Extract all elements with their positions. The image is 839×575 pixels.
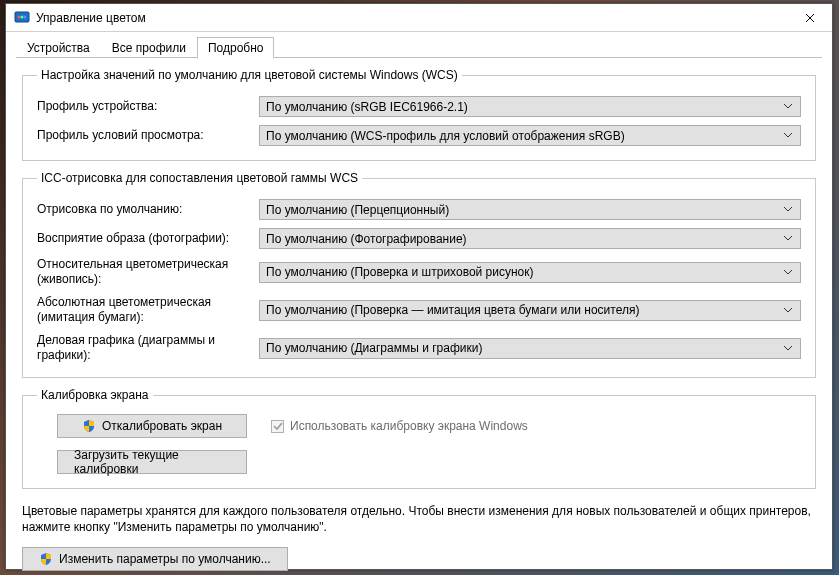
use-windows-calibration-label: Использовать калибровку экрана Windows: [290, 419, 528, 433]
rel-colorimetric-value: По умолчанию (Проверка и штриховой рисун…: [266, 265, 780, 279]
perceptual-label: Восприятие образа (фотографии):: [37, 231, 259, 246]
window-title: Управление цветом: [36, 11, 787, 25]
tab-advanced[interactable]: Подробно: [197, 37, 275, 59]
titlebar: Управление цветом: [6, 4, 832, 32]
client-area: Устройства Все профили Подробно Настройк…: [6, 32, 832, 575]
rel-colorimetric-label: Относительная цветометрическая (живопись…: [37, 257, 259, 287]
group-icc-rendering: ICC-отрисовка для сопоставления цветовой…: [22, 171, 816, 378]
abs-colorimetric-select[interactable]: По умолчанию (Проверка — имитация цвета …: [259, 300, 801, 321]
group-wcs-defaults: Настройка значений по умолчанию для цвет…: [22, 68, 816, 161]
tab-devices[interactable]: Устройства: [16, 37, 101, 59]
per-user-note: Цветовые параметры хранятся для каждого …: [22, 503, 816, 535]
change-defaults-label: Изменить параметры по умолчанию...: [59, 552, 271, 566]
close-icon[interactable]: [787, 4, 832, 32]
device-profile-select[interactable]: По умолчанию (sRGB IEC61966-2.1): [259, 96, 801, 117]
calibrate-screen-label: Откалибровать экран: [102, 419, 222, 433]
load-current-calibrations-label: Загрузить текущие калибровки: [74, 448, 230, 476]
perceptual-select[interactable]: По умолчанию (Фотографирование): [259, 228, 801, 249]
app-icon: [14, 10, 30, 26]
group-icc-legend: ICC-отрисовка для сопоставления цветовой…: [37, 171, 362, 185]
business-graphics-label: Деловая графика (диаграммы и графики):: [37, 333, 259, 363]
group-wcs-legend: Настройка значений по умолчанию для цвет…: [37, 68, 462, 82]
chevron-down-icon: [780, 339, 796, 358]
tabbar: Устройства Все профили Подробно: [16, 36, 822, 58]
default-intent-value: По умолчанию (Перцепционный): [266, 203, 780, 217]
calibrate-screen-button[interactable]: Откалибровать экран: [57, 414, 247, 438]
chevron-down-icon: [780, 97, 796, 116]
use-windows-calibration-checkbox: Использовать калибровку экрана Windows: [271, 419, 528, 433]
viewing-conditions-value: По умолчанию (WCS-профиль для условий от…: [266, 129, 780, 143]
device-profile-label: Профиль устройства:: [37, 99, 259, 114]
business-graphics-select[interactable]: По умолчанию (Диаграммы и графики): [259, 338, 801, 359]
tab-page-advanced: Настройка значений по умолчанию для цвет…: [16, 58, 822, 575]
device-profile-value: По умолчанию (sRGB IEC61966-2.1): [266, 100, 780, 114]
shield-icon: [82, 419, 96, 433]
group-calibration-legend: Калибровка экрана: [37, 388, 153, 402]
group-screen-calibration: Калибровка экрана Откалибр: [22, 388, 816, 489]
viewing-conditions-select[interactable]: По умолчанию (WCS-профиль для условий от…: [259, 125, 801, 146]
perceptual-value: По умолчанию (Фотографирование): [266, 232, 780, 246]
business-graphics-value: По умолчанию (Диаграммы и графики): [266, 341, 780, 355]
default-intent-label: Отрисовка по умолчанию:: [37, 202, 259, 217]
color-management-window: Управление цветом Устройства Все профили…: [5, 3, 833, 570]
abs-colorimetric-label: Абсолютная цветометрическая (имитация бу…: [37, 295, 259, 325]
checkbox-icon: [271, 420, 284, 433]
load-current-calibrations-button[interactable]: Загрузить текущие калибровки: [57, 450, 247, 474]
default-intent-select[interactable]: По умолчанию (Перцепционный): [259, 199, 801, 220]
chevron-down-icon: [780, 126, 796, 145]
svg-point-3: [24, 15, 27, 18]
viewing-conditions-label: Профиль условий просмотра:: [37, 128, 259, 143]
chevron-down-icon: [780, 301, 796, 320]
chevron-down-icon: [780, 263, 796, 282]
svg-point-1: [18, 15, 21, 18]
tab-all-profiles[interactable]: Все профили: [101, 37, 197, 59]
chevron-down-icon: [780, 229, 796, 248]
shield-icon: [39, 552, 53, 566]
rel-colorimetric-select[interactable]: По умолчанию (Проверка и штриховой рисун…: [259, 262, 801, 283]
chevron-down-icon: [780, 200, 796, 219]
abs-colorimetric-value: По умолчанию (Проверка — имитация цвета …: [266, 303, 780, 317]
svg-point-2: [21, 15, 24, 18]
change-defaults-button[interactable]: Изменить параметры по умолчанию...: [22, 547, 288, 571]
